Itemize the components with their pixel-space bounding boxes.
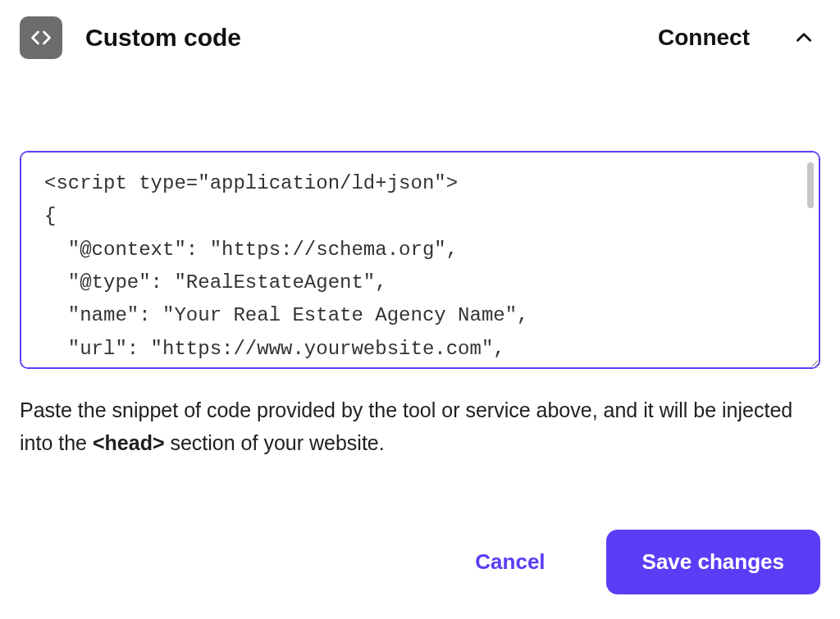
collapse-toggle[interactable]	[788, 21, 820, 54]
chevron-up-icon	[793, 27, 815, 48]
save-changes-button[interactable]: Save changes	[606, 530, 820, 594]
custom-code-textarea[interactable]	[20, 151, 820, 369]
code-icon	[20, 16, 62, 59]
code-field-wrapper	[20, 151, 820, 372]
panel-root: Custom code Connect Paste the snippet of…	[0, 0, 840, 619]
helper-text-bold: <head>	[93, 431, 165, 454]
footer-actions: Cancel Save changes	[20, 530, 820, 619]
helper-text-post: section of your website.	[165, 431, 385, 454]
cancel-button[interactable]: Cancel	[472, 543, 548, 581]
helper-text: Paste the snippet of code provided by th…	[20, 394, 820, 459]
panel-header: Custom code Connect	[20, 16, 820, 59]
connect-label: Connect	[658, 25, 750, 51]
panel-title: Custom code	[85, 24, 635, 52]
